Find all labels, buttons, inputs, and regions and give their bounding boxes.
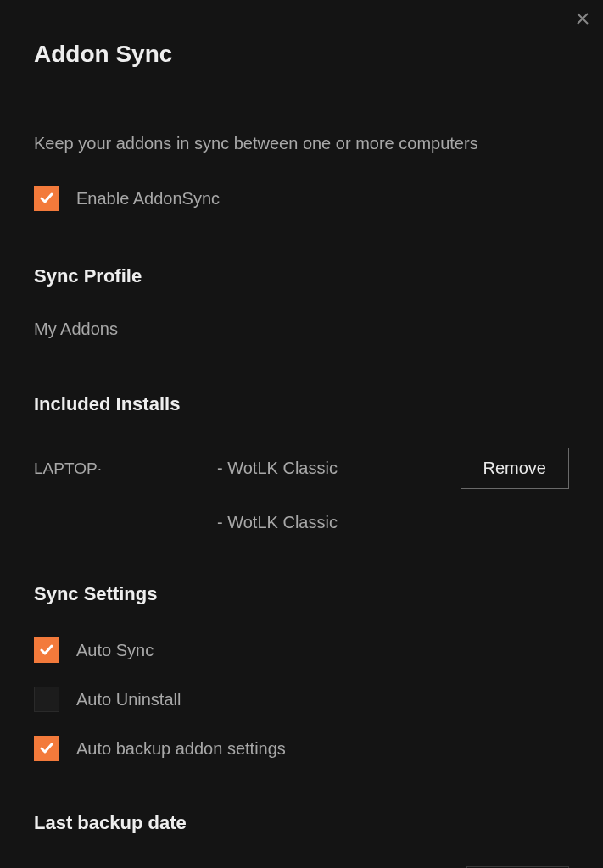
install-machine: LAPTOP· [34,459,217,478]
sync-settings-section: Sync Settings Auto Sync Auto Uninstall [34,583,569,761]
auto-sync-checkbox[interactable] [34,637,59,663]
check-icon [39,191,54,206]
auto-sync-row: Auto Sync [34,637,569,663]
close-icon [576,12,589,25]
auto-backup-row: Auto backup addon settings [34,736,569,761]
check-icon [39,643,54,658]
auto-sync-label: Auto Sync [76,641,154,660]
page-title: Addon Sync [34,41,569,68]
check-icon [39,741,54,756]
sync-profile-heading: Sync Profile [34,265,569,287]
auto-uninstall-label: Auto Uninstall [76,690,181,709]
auto-backup-checkbox[interactable] [34,736,59,761]
close-button[interactable] [574,10,591,27]
install-row: - WotLK Classic [34,513,569,532]
auto-backup-label: Auto backup addon settings [76,739,286,759]
install-game: - WotLK Classic [217,513,569,532]
enable-addon-sync-checkbox[interactable] [34,186,59,211]
included-installs-section: Included Installs LAPTOP· - WotLK Classi… [34,393,569,532]
page-description: Keep your addons in sync between one or … [34,134,569,153]
sync-profile-name: My Addons [34,320,569,339]
auto-uninstall-row: Auto Uninstall [34,687,569,712]
sync-settings-heading: Sync Settings [34,583,569,605]
enable-addon-sync-label: Enable AddonSync [76,189,220,209]
included-installs-heading: Included Installs [34,393,569,415]
enable-addon-sync-row: Enable AddonSync [34,186,569,211]
sync-profile-section: Sync Profile My Addons [34,265,569,339]
last-backup-section: Last backup date Never Synced Backup [34,812,569,868]
install-row: LAPTOP· - WotLK Classic Remove [34,448,569,489]
last-backup-heading: Last backup date [34,812,569,834]
install-game: - WotLK Classic [217,459,461,478]
auto-uninstall-checkbox[interactable] [34,687,59,712]
remove-install-button[interactable]: Remove [461,448,569,489]
